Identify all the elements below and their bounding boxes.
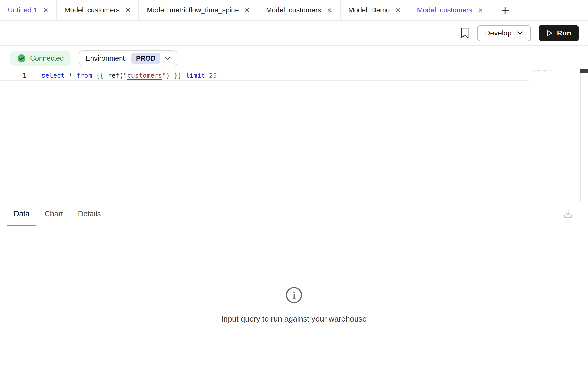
sql-token: limit (186, 72, 205, 79)
toolbar: Develop Run (0, 21, 588, 46)
info-icon: i (285, 287, 303, 304)
connection-status-badge: Connected (10, 51, 71, 66)
model-reference-link[interactable]: customers (127, 72, 162, 79)
tab-label: Model: customers (266, 6, 321, 14)
code-line[interactable]: select * from {{ ref("customers") }} lim… (38, 72, 217, 79)
tab-label: Model: customers (64, 6, 120, 14)
close-icon[interactable]: ✕ (125, 7, 131, 13)
tab-model-customers-2[interactable]: Model: customers ✕ (258, 0, 341, 20)
jinja-token: {{ (96, 72, 104, 79)
check-circle-icon (17, 54, 26, 63)
editor-pane: Connected Environment: PROD 1 select * f… (0, 46, 588, 202)
close-icon[interactable]: ✕ (43, 7, 48, 13)
code-editor[interactable]: 1 select * from {{ ref("customers") }} l… (0, 67, 588, 202)
tab-data[interactable]: Data (7, 202, 36, 226)
close-icon[interactable]: ✕ (327, 7, 332, 13)
tab-details[interactable]: Details (71, 202, 107, 226)
tab-label: Untitled 1 (8, 6, 37, 14)
results-panel: Data Chart Details i Input query to run … (0, 202, 588, 384)
scrollbar-thumb[interactable] (580, 69, 588, 73)
chevron-down-icon (517, 31, 523, 35)
tab-chart[interactable]: Chart (38, 202, 69, 226)
chevron-down-icon (165, 56, 171, 60)
status-bar: Connected Environment: PROD (0, 46, 588, 67)
connection-status-label: Connected (30, 54, 64, 62)
editor-active-line[interactable]: 1 select * from {{ ref("customers") }} l… (0, 70, 529, 81)
close-icon[interactable]: ✕ (478, 7, 483, 13)
run-button[interactable]: Run (539, 25, 579, 41)
code-line[interactable]: select * from {{ ref("customers") }} lim… (527, 70, 551, 72)
editor-minimap[interactable]: select * from {{ ref("customers") }} lim… (527, 70, 551, 72)
tab-model-metricflow-time-spine[interactable]: Model: metricflow_time_spine ✕ (139, 0, 258, 20)
develop-dropdown-button[interactable]: Develop (477, 25, 531, 41)
add-tab-button[interactable]: + (491, 0, 519, 20)
bookmark-button[interactable] (460, 27, 469, 39)
download-icon (563, 208, 573, 219)
page-bottom-border (0, 384, 588, 385)
run-label: Run (557, 29, 571, 37)
close-icon[interactable]: ✕ (395, 7, 401, 13)
empty-results-state: i Input query to run against your wareho… (0, 226, 588, 384)
close-icon[interactable]: ✕ (245, 7, 250, 13)
empty-state-message: Input query to run against your warehous… (221, 315, 367, 323)
app-window: Untitled 1 ✕ Model: customers ✕ Model: m… (0, 0, 588, 385)
tab-model-customers-1[interactable]: Model: customers ✕ (57, 0, 139, 20)
environment-label: Environment: (86, 54, 127, 62)
sql-token: * (69, 72, 72, 79)
sql-token: select (41, 72, 65, 79)
tab-label: Model: metricflow_time_spine (147, 6, 239, 14)
sql-token: from (77, 72, 92, 79)
tab-untitled-1[interactable]: Untitled 1 ✕ (0, 0, 57, 20)
develop-label: Develop (485, 29, 512, 37)
line-number: 1 (0, 72, 38, 79)
jinja-token: }} (174, 72, 182, 79)
ref-function-token: ref (108, 72, 119, 79)
tab-model-customers-active[interactable]: Model: customers ✕ (409, 0, 491, 20)
play-icon (546, 30, 553, 37)
environment-selector[interactable]: Environment: PROD (79, 50, 177, 66)
tab-label: Model: customers (417, 6, 472, 14)
sql-token: 25 (209, 72, 217, 79)
download-results-button[interactable] (563, 208, 573, 219)
editor-scrollbar[interactable] (580, 68, 588, 202)
tab-bar: Untitled 1 ✕ Model: customers ✕ Model: m… (0, 0, 588, 21)
results-tab-bar: Data Chart Details (0, 202, 588, 226)
tab-label: Model: Demo (348, 6, 390, 14)
bookmark-icon (460, 27, 469, 39)
tab-model-demo[interactable]: Model: Demo ✕ (341, 0, 409, 20)
environment-value-chip: PROD (131, 53, 160, 64)
svg-text:i: i (292, 290, 296, 301)
